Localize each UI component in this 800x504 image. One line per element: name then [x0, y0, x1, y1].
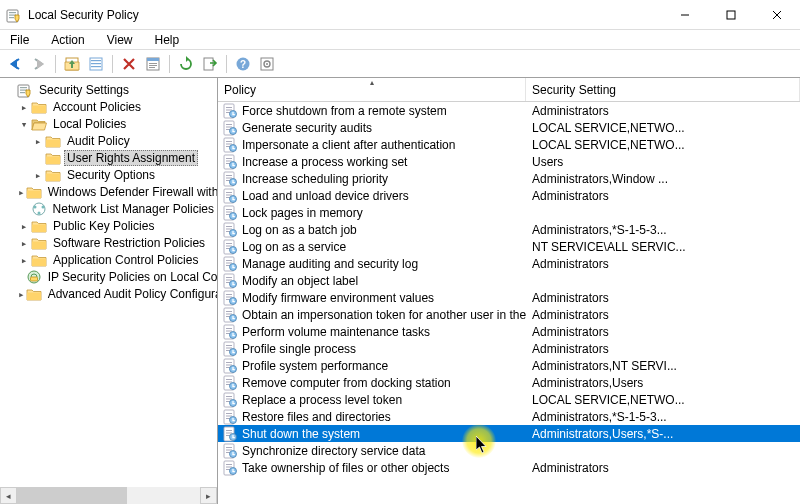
policy-icon [222, 103, 238, 119]
scroll-track[interactable] [17, 487, 200, 504]
expand-icon[interactable]: ▸ [18, 220, 30, 233]
list-row[interactable]: Lock pages in memory [218, 204, 800, 221]
list-row[interactable]: Force shutdown from a remote systemAdmin… [218, 102, 800, 119]
tree-advaudit[interactable]: ▸ Advanced Audit Policy Configuration [18, 286, 217, 302]
menu-view[interactable]: View [103, 32, 137, 48]
tree-pane: ▸ Security Settings ▸ Account Policies ▾… [0, 78, 218, 504]
tree-root[interactable]: ▸ Security Settings [4, 82, 217, 98]
security-setting: LOCAL SERVICE,NETWO... [526, 121, 800, 135]
column-header-setting[interactable]: Security Setting [526, 78, 800, 101]
refresh-button[interactable] [175, 53, 197, 75]
expand-icon[interactable]: ▸ [18, 288, 25, 301]
list-row[interactable]: Log on as a batch jobAdministrators,*S-1… [218, 221, 800, 238]
policy-icon [222, 307, 238, 323]
list-row[interactable]: Log on as a serviceNT SERVICE\ALL SERVIC… [218, 238, 800, 255]
list-header: Policy ▴ Security Setting [218, 78, 800, 102]
tree-label: Account Policies [50, 99, 144, 115]
policy-icon [222, 375, 238, 391]
policy-name: Increase a process working set [242, 155, 407, 169]
expand-icon[interactable]: ▸ [32, 135, 44, 148]
expand-icon[interactable]: ▸ [18, 101, 30, 114]
tree-label: Advanced Audit Policy Configuration [45, 286, 218, 302]
column-header-policy[interactable]: Policy ▴ [218, 78, 526, 101]
tree[interactable]: ▸ Security Settings ▸ Account Policies ▾… [0, 78, 217, 302]
tree-firewall[interactable]: ▸ Windows Defender Firewall with Advance… [18, 184, 217, 200]
list-row[interactable]: Generate security auditsLOCAL SERVICE,NE… [218, 119, 800, 136]
list-view-button[interactable] [85, 53, 107, 75]
list-row[interactable]: Profile single processAdministrators [218, 340, 800, 357]
security-setting: Administrators,*S-1-5-3... [526, 223, 800, 237]
security-setting: Administrators,Users [526, 376, 800, 390]
security-setting: LOCAL SERVICE,NETWO... [526, 138, 800, 152]
properties-button[interactable] [142, 53, 164, 75]
list-row[interactable]: Perform volume maintenance tasksAdminist… [218, 323, 800, 340]
policy-icon [222, 188, 238, 204]
policy-name: Impersonate a client after authenticatio… [242, 138, 455, 152]
list-row[interactable]: Take ownership of files or other objects… [218, 459, 800, 476]
tree-label: Network List Manager Policies [50, 201, 217, 217]
folder-icon [26, 184, 42, 200]
collapse-icon[interactable]: ▾ [18, 118, 30, 131]
folder-icon [31, 99, 47, 115]
toolbar-separator [112, 55, 113, 73]
list-row[interactable]: Replace a process level tokenLOCAL SERVI… [218, 391, 800, 408]
security-settings-icon [17, 82, 33, 98]
tree-netlist[interactable]: ▸ Network List Manager Policies [18, 201, 217, 217]
menu-action[interactable]: Action [47, 32, 88, 48]
list-row[interactable]: Shut down the systemAdministrators,Users… [218, 425, 800, 442]
tree-user-rights[interactable]: ▸ User Rights Assignment [32, 150, 217, 166]
list-row[interactable]: Obtain an impersonation token for anothe… [218, 306, 800, 323]
tree-swrestrict[interactable]: ▸ Software Restriction Policies [18, 235, 217, 251]
tree-ipsec[interactable]: ▸ IP Security Policies on Local Computer [18, 269, 217, 285]
expand-icon[interactable]: ▸ [18, 254, 30, 267]
back-button[interactable] [4, 53, 26, 75]
forward-button[interactable] [28, 53, 50, 75]
list-row[interactable]: Remove computer from docking stationAdmi… [218, 374, 800, 391]
menu-file[interactable]: File [6, 32, 33, 48]
body: ▸ Security Settings ▸ Account Policies ▾… [0, 78, 800, 504]
list-row[interactable]: Synchronize directory service data [218, 442, 800, 459]
security-setting: Administrators [526, 257, 800, 271]
minimize-button[interactable] [662, 0, 708, 29]
export-button[interactable] [199, 53, 221, 75]
expand-icon[interactable]: ▸ [18, 186, 25, 199]
tree-audit-policy[interactable]: ▸ Audit Policy [32, 133, 217, 149]
list-row[interactable]: Manage auditing and security logAdminist… [218, 255, 800, 272]
maximize-button[interactable] [708, 0, 754, 29]
toolbar-separator [226, 55, 227, 73]
security-setting: Administrators,Window ... [526, 172, 800, 186]
security-setting: Administrators,*S-1-5-3... [526, 410, 800, 424]
scroll-left-button[interactable]: ◂ [0, 487, 17, 504]
folder-icon [26, 286, 42, 302]
expand-icon[interactable]: ▸ [18, 237, 30, 250]
settings-button[interactable] [256, 53, 278, 75]
tree-publickey[interactable]: ▸ Public Key Policies [18, 218, 217, 234]
close-button[interactable] [754, 0, 800, 29]
tree-security-options[interactable]: ▸ Security Options [32, 167, 217, 183]
list-body[interactable]: Force shutdown from a remote systemAdmin… [218, 102, 800, 504]
tree-appcontrol[interactable]: ▸ Application Control Policies [18, 252, 217, 268]
list-row[interactable]: Impersonate a client after authenticatio… [218, 136, 800, 153]
list-row[interactable]: Profile system performanceAdministrators… [218, 357, 800, 374]
tree-label: IP Security Policies on Local Computer [45, 269, 218, 285]
policy-icon [222, 137, 238, 153]
tree-local-policies[interactable]: ▾ Local Policies [18, 116, 217, 132]
list-row[interactable]: Increase scheduling priorityAdministrato… [218, 170, 800, 187]
expand-icon[interactable]: ▸ [32, 169, 44, 182]
menu-help[interactable]: Help [151, 32, 184, 48]
list-row[interactable]: Modify firmware environment valuesAdmini… [218, 289, 800, 306]
up-button[interactable] [61, 53, 83, 75]
delete-button[interactable] [118, 53, 140, 75]
policy-name: Remove computer from docking station [242, 376, 451, 390]
scroll-right-button[interactable]: ▸ [200, 487, 217, 504]
list-row[interactable]: Increase a process working setUsers [218, 153, 800, 170]
tree-horizontal-scrollbar[interactable]: ◂ ▸ [0, 487, 217, 504]
list-row[interactable]: Modify an object label [218, 272, 800, 289]
list-row[interactable]: Restore files and directoriesAdministrat… [218, 408, 800, 425]
tree-account-policies[interactable]: ▸ Account Policies [18, 99, 217, 115]
policy-name: Log on as a service [242, 240, 346, 254]
list-row[interactable]: Load and unload device driversAdministra… [218, 187, 800, 204]
help-button[interactable] [232, 53, 254, 75]
window-title: Local Security Policy [28, 8, 662, 22]
scroll-thumb[interactable] [17, 487, 127, 504]
